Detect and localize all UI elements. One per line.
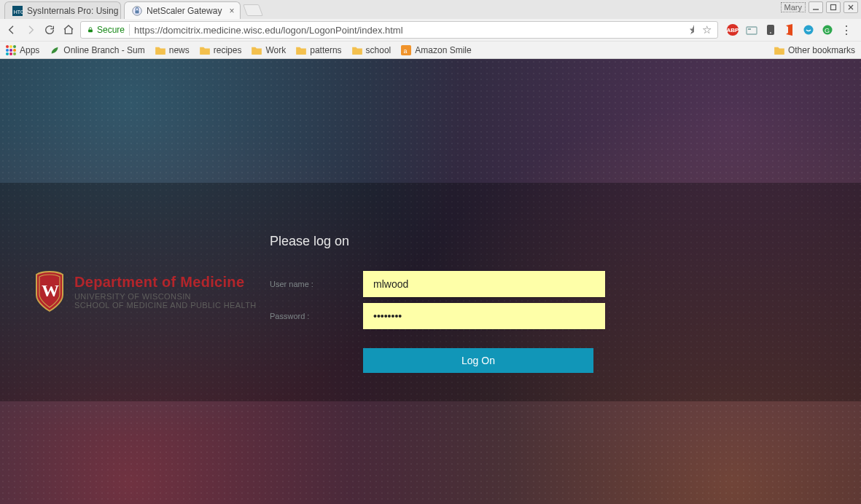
bookmark-recipes[interactable]: recipes xyxy=(200,45,242,55)
tab-title: SysInternals Pro: Using A xyxy=(27,6,121,16)
extension-icon-3[interactable] xyxy=(803,24,814,36)
other-bookmarks-label: Other bookmarks xyxy=(788,45,855,55)
apps-button[interactable]: Apps xyxy=(6,45,39,55)
amazon-icon: a xyxy=(401,45,411,55)
bookmark-patterns[interactable]: patterns xyxy=(296,45,341,55)
bookmark-label: Online Branch - Sum xyxy=(63,45,144,55)
svg-rect-10 xyxy=(748,28,751,30)
apps-label: Apps xyxy=(20,45,39,55)
office-icon[interactable] xyxy=(784,24,795,36)
folder-icon xyxy=(352,46,362,55)
username-row: User name : xyxy=(270,271,605,297)
bookmark-label: news xyxy=(169,45,190,55)
svg-text:HTG: HTG xyxy=(14,9,23,14)
forward-button[interactable] xyxy=(25,24,36,36)
brand-subtitle-2: SCHOOL OF MEDICINE AND PUBLIC HEALTH xyxy=(74,301,257,310)
secure-label: Secure xyxy=(97,25,125,35)
window-controls: Mary xyxy=(781,1,858,13)
extension-icon-2[interactable] xyxy=(765,24,776,36)
page-viewport: W Department of Medicine UNIVERSITY OF W… xyxy=(0,59,861,504)
folder-icon xyxy=(774,46,784,55)
folder-icon xyxy=(252,46,262,55)
url-text: https://domcitrix.medicine.wisc.edu/logo… xyxy=(134,25,684,36)
extension-icon-4[interactable]: G xyxy=(822,24,833,36)
leaf-icon xyxy=(50,45,60,55)
logon-button[interactable]: Log On xyxy=(363,348,593,373)
bookmark-amazon-smile[interactable]: a Amazon Smile xyxy=(401,45,471,55)
tab-netscaler[interactable]: NetScaler Gateway × xyxy=(124,1,241,19)
password-label: Password : xyxy=(270,312,363,320)
login-form: Please log on User name : Password : Log… xyxy=(270,234,605,373)
extension-icon-1[interactable] xyxy=(746,24,757,36)
bookmark-star-icon[interactable]: ☆ xyxy=(702,23,712,36)
browser-chrome: HTG SysInternals Pro: Using A × NetScale… xyxy=(0,0,861,59)
zoom-icon[interactable]: ⯨ xyxy=(688,25,698,36)
close-icon[interactable]: × xyxy=(229,6,234,16)
username-input[interactable] xyxy=(363,271,605,297)
svg-point-14 xyxy=(804,25,814,35)
chrome-menu-button[interactable]: ⋮ xyxy=(841,24,852,36)
bookmark-news[interactable]: news xyxy=(155,45,190,55)
bookmark-school[interactable]: school xyxy=(352,45,391,55)
svg-text:G: G xyxy=(825,27,830,34)
separator xyxy=(129,24,130,36)
brand-title: Department of Medicine xyxy=(74,274,257,291)
new-tab-button[interactable] xyxy=(243,4,263,16)
username-label: User name : xyxy=(270,280,363,288)
tab-sysinternals[interactable]: HTG SysInternals Pro: Using A × xyxy=(4,1,121,19)
maximize-button[interactable] xyxy=(826,1,841,13)
svg-rect-5 xyxy=(831,5,836,10)
folder-icon xyxy=(296,46,306,55)
svg-text:W: W xyxy=(42,281,59,300)
htg-favicon: HTG xyxy=(12,6,23,16)
adblock-icon[interactable]: ABP xyxy=(727,24,739,36)
bookmark-online-branch[interactable]: Online Branch - Sum xyxy=(50,45,144,55)
brand-block: W Department of Medicine UNIVERSITY OF W… xyxy=(34,270,257,312)
secure-indicator[interactable]: Secure xyxy=(87,25,125,35)
lock-icon xyxy=(87,26,94,34)
toolbar: Secure https://domcitrix.medicine.wisc.e… xyxy=(0,19,861,41)
bookmark-work[interactable]: Work xyxy=(252,45,286,55)
svg-rect-9 xyxy=(747,27,757,34)
uw-crest-icon: W xyxy=(34,270,66,312)
svg-marker-13 xyxy=(786,24,792,36)
apps-icon xyxy=(6,45,16,55)
folder-icon xyxy=(200,46,210,55)
password-row: Password : xyxy=(270,303,605,329)
folder-icon xyxy=(155,46,165,55)
bookmark-label: recipes xyxy=(214,45,242,55)
password-input[interactable] xyxy=(363,303,605,329)
svg-rect-3 xyxy=(135,10,139,13)
netscaler-favicon xyxy=(132,6,142,16)
nav-icons xyxy=(6,24,74,36)
other-bookmarks[interactable]: Other bookmarks xyxy=(774,45,855,55)
minimize-button[interactable] xyxy=(809,1,823,13)
extension-icons: ABP G ⋮ xyxy=(724,24,855,36)
tab-title: NetScaler Gateway xyxy=(147,6,222,16)
brand-subtitle-1: UNIVERSITY OF WISCONSIN xyxy=(74,292,257,301)
tab-strip: HTG SysInternals Pro: Using A × NetScale… xyxy=(0,0,861,19)
bookmark-label: patterns xyxy=(310,45,341,55)
svg-rect-8 xyxy=(88,30,93,33)
bookmark-label: Amazon Smile xyxy=(415,45,471,55)
reload-button[interactable] xyxy=(44,24,55,36)
svg-text:a: a xyxy=(404,47,408,54)
bookmark-label: school xyxy=(366,45,391,55)
back-button[interactable] xyxy=(6,24,17,36)
bookmark-label: Work xyxy=(265,45,286,55)
bookmark-bar: Apps Online Branch - Sum news recipes Wo… xyxy=(0,41,861,58)
window-close-button[interactable] xyxy=(844,1,858,13)
home-button[interactable] xyxy=(63,24,74,36)
form-title: Please log on xyxy=(270,234,605,249)
svg-point-12 xyxy=(770,32,771,34)
address-bar[interactable]: Secure https://domcitrix.medicine.wisc.e… xyxy=(80,21,718,39)
chrome-user-badge[interactable]: Mary xyxy=(781,2,806,12)
